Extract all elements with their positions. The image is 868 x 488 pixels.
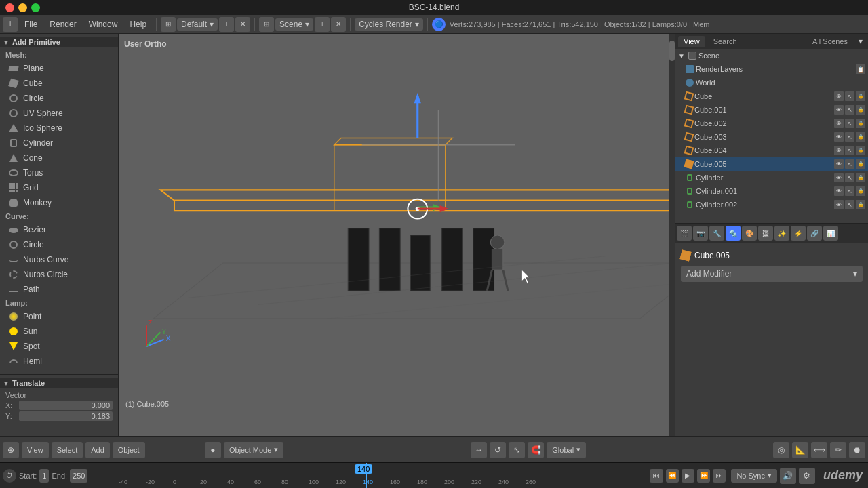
curve-nurbs-curve[interactable]: Nurbs Curve (0, 252, 118, 267)
lamp-hemi[interactable]: Hemi (0, 354, 118, 369)
layout-icon[interactable]: ⊞ (161, 17, 176, 32)
close-layout-icon[interactable]: ✕ (235, 17, 250, 32)
minimize-window-button[interactable] (18, 3, 27, 12)
renderlayers-action1[interactable]: 📋 (856, 64, 865, 74)
cube004-lock-action[interactable] (856, 146, 865, 155)
scene-add-icon[interactable]: + (315, 17, 330, 32)
cube005-lock-action[interactable] (856, 159, 865, 169)
menu-help[interactable]: Help (124, 18, 152, 30)
view-menu-btn[interactable]: View (22, 442, 49, 458)
curve-path[interactable]: Path (0, 282, 118, 297)
cube001-eye-action[interactable] (834, 105, 844, 115)
menu-file[interactable]: File (19, 18, 43, 30)
menu-render[interactable]: Render (44, 18, 81, 30)
cylinder-cursor-action[interactable] (845, 173, 854, 182)
prop-tab-material[interactable]: 🎨 (742, 226, 757, 241)
cylinder002-cursor-action[interactable] (845, 200, 854, 209)
cylinder-lock-action[interactable] (856, 173, 865, 182)
object-menu-btn[interactable]: Object (113, 442, 145, 458)
add-layout-icon[interactable]: + (219, 17, 234, 32)
viewport[interactable]: User Ortho (119, 34, 675, 436)
mesh-cube[interactable]: Cube (0, 76, 118, 91)
mesh-cone[interactable]: Cone (0, 150, 118, 165)
outliner-cylinder002[interactable]: Cylinder.002 (675, 198, 868, 211)
prop-tab-constraints[interactable]: 🔗 (807, 226, 822, 241)
scene-dropdown[interactable]: Scene ▾ (275, 18, 313, 30)
outliner-tab-search[interactable]: Search (708, 36, 743, 47)
menu-window[interactable]: Window (83, 18, 123, 30)
viewport-scrollbar[interactable] (669, 34, 675, 436)
scale-icon[interactable]: ⤡ (509, 442, 525, 458)
add-modifier-button[interactable]: Add Modifier ▾ (681, 266, 863, 282)
rotate-icon[interactable]: ↺ (490, 442, 506, 458)
outliner-cube002[interactable]: Cube.002 (675, 117, 868, 130)
curve-bezier[interactable]: Bezier (0, 222, 118, 237)
panel-collapse-icon[interactable]: ▼ (3, 39, 9, 46)
timeline-end-value[interactable]: 250 (70, 469, 87, 483)
translate-y-value[interactable]: 0.183 (19, 411, 113, 421)
close-window-button[interactable] (5, 3, 14, 12)
info-icon[interactable]: i (3, 17, 18, 32)
skip-end-btn[interactable]: ⏭ (713, 469, 726, 483)
timeline-start-value[interactable]: 1 (39, 469, 49, 483)
add-menu-btn[interactable]: Add (85, 442, 110, 458)
outliner-scene[interactable]: ▼ Scene (675, 49, 868, 62)
viewport-shading-solid[interactable]: ● (205, 442, 221, 458)
prop-tab-scene[interactable]: 🎬 (677, 226, 692, 241)
lamp-sun[interactable]: Sun (0, 324, 118, 339)
prop-tab-particles[interactable]: ✨ (774, 226, 789, 241)
lamp-spot[interactable]: Spot (0, 339, 118, 354)
outliner-cube[interactable]: Cube (675, 89, 868, 103)
timeline-ruler[interactable]: -40 -20 0 20 40 60 80 100 120 140 160 18… (119, 463, 647, 488)
outliner-world[interactable]: World (675, 76, 868, 89)
prop-tab-data[interactable]: 📊 (823, 226, 838, 241)
prop-tab-object[interactable]: 🔧 (709, 226, 724, 241)
select-menu-btn[interactable]: Select (52, 442, 83, 458)
prop-tab-physics[interactable]: ⚡ (791, 226, 806, 241)
cube004-cursor-action[interactable] (845, 146, 854, 155)
cylinder001-lock-action[interactable] (856, 186, 865, 196)
prop-tab-texture[interactable]: 🖼 (758, 226, 773, 241)
snap2-icon[interactable]: 📐 (792, 442, 808, 458)
mesh-grid[interactable]: Grid (0, 180, 118, 195)
mesh-cylinder[interactable]: Cylinder (0, 136, 118, 150)
cube001-lock-action[interactable] (856, 105, 865, 115)
cube002-cursor-action[interactable] (845, 119, 854, 128)
global-origin-icon[interactable]: ⊕ (3, 442, 19, 458)
outliner-cube004[interactable]: Cube.004 (675, 144, 868, 157)
mesh-plane[interactable]: Plane (0, 61, 118, 76)
mesh-monkey[interactable]: Monkey (0, 195, 118, 210)
proportional-icon[interactable]: ◎ (773, 442, 789, 458)
prop-tab-render[interactable]: 📷 (693, 226, 708, 241)
mirror-icon[interactable]: ⟺ (811, 442, 827, 458)
cube002-eye-action[interactable] (834, 119, 844, 128)
maximize-window-button[interactable] (31, 3, 40, 12)
cube001-cursor-action[interactable] (845, 105, 854, 115)
mesh-circle[interactable]: Circle (0, 91, 118, 106)
scrollbar-thumb[interactable] (669, 41, 675, 61)
cube004-eye-action[interactable] (834, 146, 844, 155)
next-frame-btn[interactable]: ⏩ (697, 469, 710, 483)
mesh-torus[interactable]: Torus (0, 165, 118, 180)
cube-lock-action[interactable] (856, 92, 865, 101)
outliner-tab-view[interactable]: View (678, 36, 705, 47)
render-engine-icon[interactable]: ⊞ (259, 17, 274, 32)
prop-tab-modifier[interactable]: 🔩 (726, 226, 741, 241)
translate-x-value[interactable]: 0.000 (19, 401, 113, 410)
curve-circle[interactable]: Circle (0, 237, 118, 252)
transform-icon[interactable]: ↔ (471, 442, 487, 458)
cube005-cursor-action[interactable] (845, 159, 854, 169)
cylinder001-cursor-action[interactable] (845, 186, 854, 196)
outliner-cylinder[interactable]: Cylinder (675, 171, 868, 184)
outliner-chevron-icon[interactable]: ▾ (856, 37, 865, 46)
engine-dropdown[interactable]: Cycles Render ▾ (355, 18, 423, 30)
record-icon[interactable]: ⏺ (849, 442, 865, 458)
translate-collapse-icon[interactable]: ▼ (3, 380, 9, 387)
outliner-cube005-active[interactable]: Cube.005 (675, 157, 868, 171)
play-btn[interactable]: ▶ (682, 469, 694, 483)
cube-eye-action[interactable] (834, 92, 844, 101)
mesh-uvsphere[interactable]: UV Sphere (0, 106, 118, 121)
transform-orientation[interactable]: Global ▾ (547, 442, 586, 458)
no-sync-dropdown[interactable]: No Sync ▾ (731, 469, 777, 483)
cube003-eye-action[interactable] (834, 132, 844, 142)
